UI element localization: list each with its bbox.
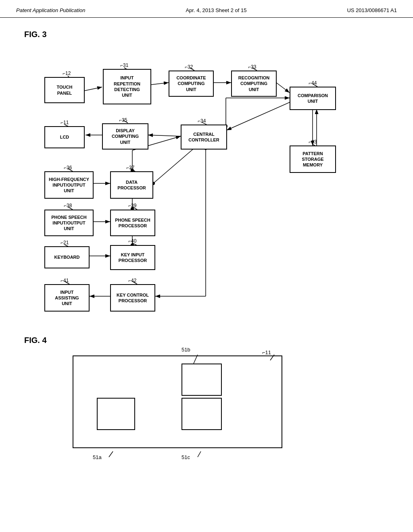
ref-43: ⌐43: [309, 139, 317, 145]
ref-38: ⌐38: [64, 203, 72, 208]
fig3-diagram: TOUCHPANEL INPUTREPETITIONDETECTINGUNIT …: [24, 46, 355, 320]
svg-line-52: [198, 451, 201, 457]
ref-fig4-51a: 51a: [93, 454, 102, 460]
ref-fig4-11: ⌐11: [262, 349, 271, 355]
ref-32: ⌐32: [185, 64, 193, 70]
fig4-label: FIG. 4: [24, 336, 389, 345]
box-key-control-proc: KEY CONTROLPROCESSOR: [110, 284, 155, 312]
ref-12: ⌐12: [63, 71, 71, 76]
box-input-rep-detect: INPUTREPETITIONDETECTINGUNIT: [103, 69, 151, 104]
svg-line-21: [151, 83, 169, 85]
ref-41: ⌐41: [60, 278, 69, 283]
ref-33: ⌐33: [248, 64, 256, 70]
fig3-label: FIG. 3: [24, 30, 389, 39]
box-pattern-storage: PATTERNSTORAGEMEMORY: [290, 145, 336, 173]
svg-line-24: [227, 102, 290, 130]
ref-37: ⌐37: [126, 165, 134, 170]
ref-42: ⌐42: [128, 278, 136, 283]
fig4-box-51c: [181, 398, 222, 430]
box-display-computing: DISPLAYCOMPUTINGUNIT: [102, 123, 148, 150]
ref-fig4-51b: 51b: [181, 347, 190, 353]
box-lcd: LCD: [44, 126, 85, 148]
ref-34: ⌐34: [198, 118, 206, 124]
ref-fig4-51c: 51c: [181, 454, 190, 460]
ref-21: ⌐21: [60, 240, 69, 245]
box-coord-computing: COORDINATECOMPUTINGUNIT: [169, 71, 214, 97]
ref-40: ⌐40: [128, 238, 136, 244]
box-keyboard: KEYBOARD: [44, 246, 90, 268]
svg-line-23: [276, 83, 290, 93]
box-data-processor: DATAPROCESSOR: [110, 171, 153, 199]
svg-line-51: [109, 451, 113, 457]
ref-44: ⌐44: [309, 80, 317, 86]
page-header: Patent Application Publication Apr. 4, 2…: [0, 0, 413, 18]
ref-36: ⌐36: [64, 165, 72, 170]
box-recognition-computing: RECOGNITIONCOMPUTINGUNIT: [231, 71, 277, 97]
ref-35: ⌐35: [119, 117, 127, 123]
box-central-controller: CENTRALCONTROLLER: [181, 125, 227, 150]
svg-line-29: [148, 135, 181, 136]
box-phone-speech-io: PHONE SPEECHINPUT/OUTPUTUNIT: [44, 210, 94, 236]
box-key-input-proc: KEY INPUTPROCESSOR: [110, 245, 155, 270]
svg-line-20: [85, 87, 102, 91]
fig4-box-51a: [97, 398, 135, 430]
box-hf-io: HIGH-FREQUENCYINPUT/OUTPUTUNIT: [44, 171, 94, 199]
header-patent-number: US 2013/0086671 A1: [347, 7, 397, 13]
main-content: FIG. 3: [0, 18, 413, 484]
box-comparison-unit: COMPARISONUNIT: [290, 87, 336, 110]
box-phone-speech-proc: PHONE SPEECHPROCESSOR: [110, 210, 155, 236]
ref-11: ⌐11: [60, 120, 69, 125]
box-touch-panel: TOUCHPANEL: [44, 77, 85, 103]
ref-31: ⌐31: [120, 62, 128, 68]
ref-39: ⌐39: [128, 203, 136, 208]
fig4-diagram: ⌐11 51b 51a 51c: [65, 351, 307, 472]
box-input-assisting: INPUTASSISTINGUNIT: [44, 284, 90, 312]
header-date-sheet: Apr. 4, 2013 Sheet 2 of 15: [186, 7, 246, 13]
fig4-box-51b: [181, 364, 222, 396]
header-publication-label: Patent Application Publication: [16, 7, 86, 13]
